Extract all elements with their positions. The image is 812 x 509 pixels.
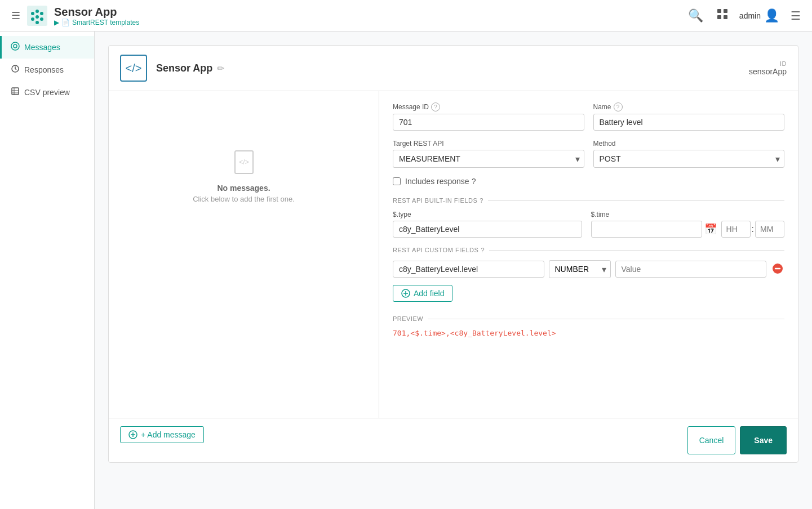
app-logo-icon bbox=[27, 6, 47, 26]
brand: Sensor App ▶ 📄 SmartREST templates bbox=[54, 5, 139, 26]
includes-response-checkbox[interactable] bbox=[393, 177, 401, 185]
panel-header: </> Sensor App ✏ ID sensorApp bbox=[109, 46, 798, 91]
remove-field-button[interactable] bbox=[771, 262, 784, 277]
empty-state-icon: </> bbox=[233, 150, 255, 175]
message-id-input[interactable] bbox=[393, 114, 584, 131]
remove-circle-icon bbox=[772, 263, 783, 274]
form-row-id-name: Message ID ? Name ? bbox=[393, 102, 784, 131]
add-field-button[interactable]: Add field bbox=[393, 285, 452, 302]
builtin-fields-divider: REST API BUILT-IN FIELDS ? bbox=[393, 197, 784, 204]
panel-title-section: Sensor App ✏ bbox=[156, 62, 740, 74]
hamburger-button[interactable]: ☰ bbox=[9, 7, 23, 24]
type-label: $.type bbox=[393, 211, 582, 218]
add-message-label: + Add message bbox=[141, 430, 196, 439]
method-group: Method POST PUT GET ▾ bbox=[593, 140, 785, 168]
user-name: admin bbox=[739, 11, 761, 20]
target-api-group: Target REST API MEASUREMENT ALARM EVENT … bbox=[393, 140, 584, 168]
csv-nav-icon bbox=[11, 87, 20, 96]
includes-response-help-icon[interactable]: ? bbox=[472, 177, 476, 186]
panel-footer: + Add message Cancel Save bbox=[109, 418, 798, 462]
panel-id-label: ID bbox=[749, 60, 787, 67]
date-time-group: 📅 : bbox=[591, 221, 784, 238]
messages-nav-icon bbox=[11, 42, 20, 51]
sidebar-item-responses[interactable]: Responses bbox=[0, 59, 94, 81]
form-row-type-time: $.type $.time 📅 : bbox=[393, 211, 784, 238]
user-avatar-icon: 👤 bbox=[764, 8, 779, 23]
responses-icon bbox=[11, 64, 20, 75]
message-id-help-icon[interactable]: ? bbox=[431, 102, 440, 111]
custom-field-type-wrapper: NUMBER STRING INTEGER DATE BOOLEAN ▾ bbox=[549, 260, 611, 278]
svg-point-4 bbox=[36, 15, 39, 19]
cancel-button[interactable]: Cancel bbox=[687, 426, 736, 454]
svg-point-3 bbox=[36, 10, 39, 13]
includes-response-label[interactable]: Includes response ? bbox=[405, 177, 476, 186]
method-select[interactable]: POST PUT GET bbox=[593, 150, 785, 168]
breadcrumb[interactable]: ▶ 📄 SmartREST templates bbox=[54, 19, 139, 26]
preview-label: PREVIEW bbox=[393, 315, 784, 322]
no-messages-icon: </> bbox=[233, 150, 255, 179]
builtin-fields-help-icon[interactable]: ? bbox=[480, 197, 483, 204]
svg-rect-10 bbox=[717, 15, 721, 19]
type-group: $.type bbox=[393, 211, 582, 238]
sidebar-item-messages[interactable]: Messages bbox=[0, 36, 94, 59]
save-button[interactable]: Save bbox=[740, 426, 787, 454]
name-help-icon[interactable]: ? bbox=[614, 102, 623, 111]
main-panel: </> Sensor App ✏ ID sensorApp bbox=[108, 45, 798, 463]
svg-point-13 bbox=[14, 44, 17, 48]
breadcrumb-link[interactable]: SmartREST templates bbox=[72, 19, 139, 26]
custom-field-type-select[interactable]: NUMBER STRING INTEGER DATE BOOLEAN bbox=[549, 260, 611, 278]
colon-separator: : bbox=[751, 224, 755, 234]
custom-field-value-input[interactable] bbox=[615, 261, 767, 278]
messages-pane: </> No messages. Click below to add the … bbox=[109, 91, 379, 418]
panel-footer-left: + Add message bbox=[120, 426, 683, 454]
csv-icon bbox=[11, 87, 20, 98]
panel-body: </> No messages. Click below to add the … bbox=[109, 91, 798, 418]
svg-line-16 bbox=[15, 69, 16, 70]
nav-list-button[interactable]: ☰ bbox=[788, 7, 803, 25]
custom-field-name-input[interactable] bbox=[393, 261, 544, 278]
builtin-divider-line bbox=[488, 200, 784, 201]
time-mm-input[interactable] bbox=[755, 221, 784, 238]
target-api-select[interactable]: MEASUREMENT ALARM EVENT OPERATION bbox=[393, 150, 584, 168]
add-message-icon bbox=[128, 430, 137, 439]
builtin-fields-label: REST API BUILT-IN FIELDS ? bbox=[393, 197, 483, 204]
navbar-left: ☰ Sensor App ▶ 📄 SmartREST templates bbox=[9, 5, 686, 26]
message-id-group: Message ID ? bbox=[393, 102, 584, 131]
panel-icon: </> bbox=[120, 55, 147, 82]
apps-grid-button[interactable] bbox=[715, 6, 730, 25]
svg-point-1 bbox=[31, 12, 34, 15]
time-hh-input[interactable] bbox=[721, 221, 751, 238]
calendar-button[interactable]: 📅 bbox=[702, 221, 719, 238]
app-container: Messages Responses CSV prev bbox=[0, 32, 812, 509]
svg-point-2 bbox=[31, 17, 34, 21]
custom-fields-help-icon[interactable]: ? bbox=[481, 247, 485, 253]
time-group: $.time 📅 : bbox=[591, 211, 784, 238]
includes-response-row: Includes response ? bbox=[393, 177, 784, 186]
sidebar-item-csv-label: CSV preview bbox=[24, 88, 70, 97]
panel-id-section: ID sensorApp bbox=[749, 60, 787, 76]
no-messages-text: No messages. bbox=[217, 184, 270, 193]
panel-id-value: sensorApp bbox=[749, 67, 787, 76]
user-menu[interactable]: admin 👤 bbox=[739, 8, 779, 23]
name-group: Name ? bbox=[593, 102, 785, 131]
name-input[interactable] bbox=[593, 114, 785, 131]
preview-section: PREVIEW 701,<$.time>,<c8y_BatteryLevel.l… bbox=[393, 315, 784, 340]
type-input[interactable] bbox=[393, 221, 582, 238]
custom-divider-line bbox=[489, 250, 784, 251]
add-message-button[interactable]: + Add message bbox=[120, 426, 204, 443]
form-pane: Message ID ? Name ? bbox=[379, 91, 798, 418]
breadcrumb-file-icon: 📄 bbox=[61, 19, 70, 26]
sidebar-item-messages-label: Messages bbox=[24, 43, 60, 52]
date-input[interactable] bbox=[591, 221, 702, 238]
target-api-label: Target REST API bbox=[393, 140, 584, 148]
custom-fields-label: REST API CUSTOM FIELDS ? bbox=[393, 247, 485, 253]
custom-field-row: NUMBER STRING INTEGER DATE BOOLEAN ▾ bbox=[393, 260, 784, 278]
target-api-select-wrapper: MEASUREMENT ALARM EVENT OPERATION ▾ bbox=[393, 150, 584, 168]
sidebar-item-csv-preview[interactable]: CSV preview bbox=[0, 81, 94, 104]
search-button[interactable]: 🔍 bbox=[686, 6, 705, 25]
grid-icon bbox=[717, 8, 728, 20]
navbar: ☰ Sensor App ▶ 📄 SmartREST templates 🔍 bbox=[0, 0, 812, 32]
panel-edit-icon[interactable]: ✏ bbox=[217, 63, 224, 74]
svg-point-5 bbox=[36, 21, 39, 24]
sidebar: Messages Responses CSV prev bbox=[0, 32, 95, 509]
